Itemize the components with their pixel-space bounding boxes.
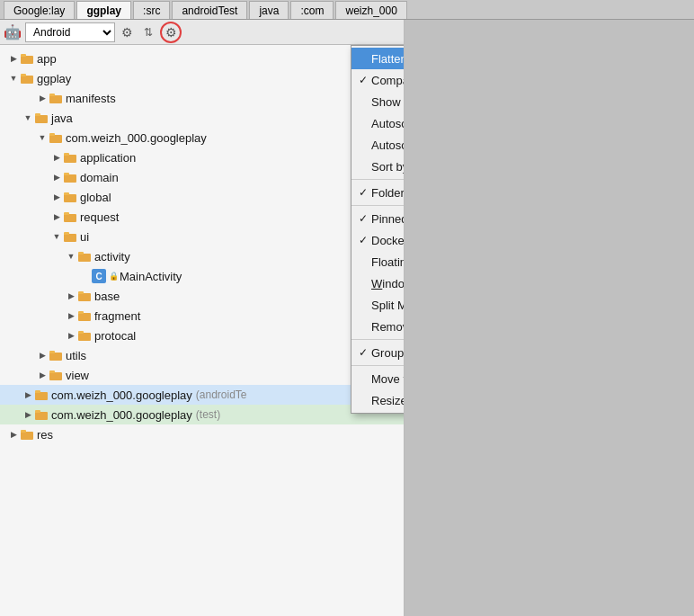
tree-item-view[interactable]: view [0,365,404,385]
tree-item-mainactivity[interactable]: C 🔒 MainActivity [0,266,404,286]
menu-item-group-tabs[interactable]: ✓ Group Tabs [351,342,405,363]
tab-googlelay[interactable]: Google:lay [4,1,75,19]
menu-label-floating-mode: Floating Mode [371,255,405,269]
menu-item-compact-empty[interactable]: ✓ Compact Empty Middle Packages [351,69,405,91]
check-folders-top: ✓ [355,186,371,199]
menu-item-remove-sidebar[interactable]: Remove from Sidebar [351,316,405,337]
arrow-app [7,52,20,65]
menu-divider-1 [351,179,405,180]
menu-item-floating-mode[interactable]: Floating Mode [351,251,405,272]
tree-item-res[interactable]: res [0,424,404,444]
package-icon-ui [63,229,77,244]
tab-src[interactable]: :src [133,1,170,19]
arrow-activity [65,250,77,263]
svg-rect-24 [78,313,91,321]
menu-item-docked-mode[interactable]: ✓ Docked Mode [351,229,405,251]
menu-item-folders-top[interactable]: ✓ Folders Always on Top [351,182,405,203]
menu-item-pinned-mode[interactable]: ✓ Pinned Mode [351,208,405,229]
menu-label-show-members: Show Members [371,95,405,109]
menu-divider-2 [351,205,405,206]
tab-ggplay[interactable]: ggplay [76,1,131,19]
tab-androidtest[interactable]: androidTest [172,1,247,19]
menu-label-sort-type: Sort by Type [371,160,405,174]
label-com-test: com.weizh_000.googleplay [51,408,192,422]
gear-button[interactable]: ⚙ [160,22,182,43]
check-docked: ✓ [355,234,371,246]
svg-rect-16 [64,214,76,222]
tree-item-java[interactable]: java [0,108,404,128]
tree-item-ggplay[interactable]: ggplay [0,68,404,88]
menu-label-remove-sidebar: Remove from Sidebar [371,320,405,334]
tree-item-request[interactable]: request [0,207,404,227]
menu-item-show-members[interactable]: Show Members [351,91,405,112]
svg-rect-15 [64,192,69,195]
label-java: java [51,112,73,125]
menu-item-move-to[interactable]: Move to ▶ [351,368,405,389]
menu-label-windowed-mode: Windowed Mode [371,277,405,290]
tree-item-protocal[interactable]: protocal [0,326,404,345]
tree-item-activity[interactable]: activity [0,246,404,266]
svg-rect-32 [35,392,48,400]
check-sort-type [355,160,371,173]
label-res: res [37,428,53,442]
tree-item-fragment[interactable]: fragment [0,306,404,326]
tree-item-utils[interactable]: utils [0,345,404,365]
menu-item-windowed-mode[interactable]: Windowed Mode [351,272,405,294]
gear-icon: ⚙ [165,25,177,40]
folder-icon-manifests [49,91,63,105]
check-flatten [355,52,371,65]
menu-item-autoscroll-to[interactable]: Autoscroll to Source [351,112,405,134]
tab-com[interactable]: :com [290,1,334,19]
package-icon-com-androidtest [34,388,49,402]
menu-item-sort-type[interactable]: Sort by Type [351,156,405,177]
label-view: view [66,369,89,382]
arrow-com-test [22,408,34,421]
tree-item-com-main[interactable]: com.weizh_000.googleplay [0,128,404,147]
tree-item-domain[interactable]: domain [0,167,404,187]
arrow-manifests [36,92,49,104]
menu-item-autoscroll-from[interactable]: Autoscroll from Source [351,134,405,156]
check-floating [355,255,371,268]
label-request: request [80,210,119,224]
menu-label-pinned-mode: Pinned Mode [371,212,405,226]
check-autoscroll-from [355,138,371,151]
navigate-icon: ⇅ [144,26,153,39]
tree-item-base[interactable]: base [0,286,404,306]
left-panel: 🤖 Android Project Packages ⚙ ⇅ ⚙ [0,20,405,616]
tree-item-app[interactable]: app [0,49,404,68]
label-global: global [80,191,111,204]
menu-item-split-mode[interactable]: Split Mode [351,294,405,316]
class-icon-mainactivity: C [92,269,106,283]
folder-icon-ggplay [20,71,34,85]
svg-rect-7 [35,113,40,116]
menu-divider-3 [351,339,405,340]
menu-item-flatten-packages[interactable]: Flatten Packages [351,48,405,69]
sync-icon: ⚙ [121,25,133,40]
svg-rect-14 [64,194,76,202]
svg-rect-0 [21,56,33,64]
tree-item-global[interactable]: global [0,187,404,207]
arrow-domain [50,171,63,183]
tree-item-com-androidtest[interactable]: com.weizh_000.googleplay (androidTe [0,385,404,405]
arrow-fragment [65,309,77,322]
tab-weizh[interactable]: weizh_000 [335,1,406,19]
right-panel [405,20,694,616]
tab-java[interactable]: java [249,1,289,19]
package-icon-view [49,368,63,382]
package-icon-request [63,210,77,224]
arrow-java [22,112,34,124]
tree-item-ui[interactable]: ui [0,227,404,246]
svg-rect-27 [78,331,84,334]
project-tree: app ggplay manifests [0,45,404,616]
menu-item-resize[interactable]: Resize ▶ [351,389,405,411]
tree-item-application[interactable]: application [0,147,404,167]
sync-button[interactable]: ⚙ [117,22,137,42]
navigate-button[interactable]: ⇅ [138,22,158,42]
check-compact: ✓ [355,74,371,86]
label-suffix-androidtest: (androidTe [196,388,247,401]
package-icon-com-test [34,407,49,422]
view-selector[interactable]: Android Project Packages [25,22,115,42]
check-autoscroll-to [355,117,371,129]
tree-item-manifests[interactable]: manifests [0,88,404,108]
tree-item-com-test[interactable]: com.weizh_000.googleplay (test) [0,405,404,424]
